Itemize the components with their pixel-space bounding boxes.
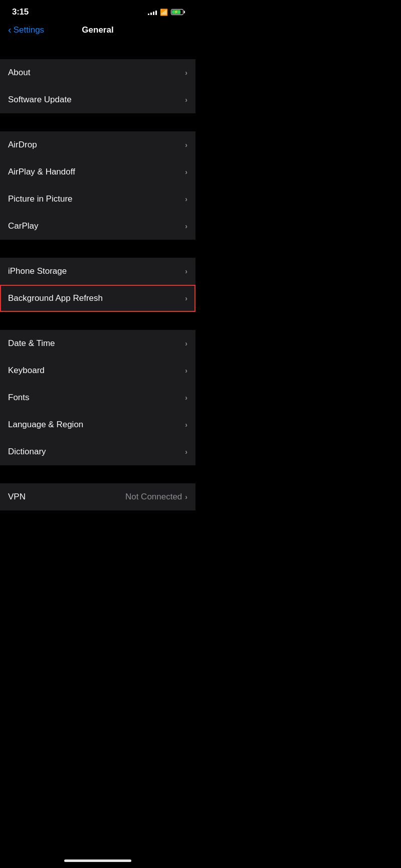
row-right-airplay-handoff: › [185, 168, 187, 176]
chevron-right-icon: › [185, 222, 187, 230]
settings-row-dictionary[interactable]: Dictionary › [0, 438, 195, 465]
row-label-background-app-refresh: Background App Refresh [8, 293, 185, 303]
settings-content: About › Software Update › AirDrop › [0, 41, 195, 855]
settings-group-4: Date & Time › Keyboard › Fonts › Languag… [0, 330, 195, 465]
settings-row-carplay[interactable]: CarPlay › [0, 213, 195, 240]
settings-group-2: AirDrop › AirPlay & Handoff › Picture in… [0, 131, 195, 240]
settings-row-background-app-refresh[interactable]: Background App Refresh › [0, 285, 195, 312]
row-label-carplay: CarPlay [8, 221, 185, 231]
back-label: Settings [14, 25, 44, 35]
row-label-vpn: VPN [8, 492, 125, 502]
row-label-date-time: Date & Time [8, 338, 185, 349]
status-bar: 3:15 📶 ⚡ [0, 0, 195, 21]
chevron-right-icon: › [185, 69, 187, 77]
row-label-keyboard: Keyboard [8, 366, 185, 376]
chevron-right-icon: › [185, 96, 187, 104]
settings-row-picture-in-picture[interactable]: Picture in Picture › [0, 186, 195, 213]
wifi-icon: 📶 [160, 9, 168, 16]
row-label-airplay-handoff: AirPlay & Handoff [8, 167, 185, 177]
chevron-right-icon: › [185, 339, 187, 348]
home-indicator [0, 855, 195, 868]
chevron-right-icon: › [185, 367, 187, 375]
row-label-language-region: Language & Region [8, 420, 185, 430]
settings-row-language-region[interactable]: Language & Region › [0, 411, 195, 438]
row-right-airdrop: › [185, 141, 187, 149]
settings-row-airplay-handoff[interactable]: AirPlay & Handoff › [0, 158, 195, 186]
settings-group-1: About › Software Update › [0, 59, 195, 113]
row-label-airdrop: AirDrop [8, 140, 185, 150]
row-right-fonts: › [185, 394, 187, 402]
settings-row-about[interactable]: About › [0, 59, 195, 86]
row-label-software-update: Software Update [8, 95, 185, 105]
section-gap-5 [0, 465, 195, 483]
row-right-date-time: › [185, 339, 187, 348]
row-label-about: About [8, 68, 185, 78]
home-bar [64, 859, 131, 862]
chevron-right-icon: › [185, 448, 187, 456]
chevron-right-icon: › [185, 195, 187, 203]
chevron-right-icon: › [185, 141, 187, 149]
settings-row-software-update[interactable]: Software Update › [0, 86, 195, 113]
section-gap-1 [0, 41, 195, 59]
row-right-iphone-storage: › [185, 267, 187, 275]
page-title: General [82, 25, 113, 35]
row-right-background-app-refresh: › [185, 294, 187, 302]
settings-group-3: iPhone Storage › Background App Refresh … [0, 258, 195, 312]
settings-group-5: VPN Not Connected › [0, 483, 195, 510]
signal-icon [148, 9, 157, 15]
back-button[interactable]: ‹ Settings [8, 25, 44, 36]
chevron-right-icon: › [185, 493, 187, 501]
row-label-picture-in-picture: Picture in Picture [8, 194, 185, 204]
status-time: 3:15 [12, 7, 29, 17]
settings-row-airdrop[interactable]: AirDrop › [0, 131, 195, 158]
battery-icon: ⚡ [171, 9, 183, 15]
row-label-iphone-storage: iPhone Storage [8, 266, 185, 276]
section-gap-6 [0, 510, 195, 529]
row-right-keyboard: › [185, 367, 187, 375]
row-right-vpn: Not Connected › [125, 492, 187, 502]
status-icons: 📶 ⚡ [148, 9, 183, 16]
row-right-language-region: › [185, 421, 187, 429]
row-right-dictionary: › [185, 448, 187, 456]
chevron-right-icon: › [185, 168, 187, 176]
row-right-carplay: › [185, 222, 187, 230]
chevron-right-icon: › [185, 267, 187, 275]
row-right-picture-in-picture: › [185, 195, 187, 203]
row-label-fonts: Fonts [8, 393, 185, 403]
chevron-right-icon: › [185, 294, 187, 302]
row-right-about: › [185, 69, 187, 77]
settings-row-keyboard[interactable]: Keyboard › [0, 357, 195, 384]
settings-row-vpn[interactable]: VPN Not Connected › [0, 483, 195, 510]
row-right-software-update: › [185, 96, 187, 104]
section-gap-4 [0, 312, 195, 330]
vpn-status: Not Connected [125, 492, 182, 502]
section-gap-3 [0, 240, 195, 258]
section-gap-2 [0, 113, 195, 131]
row-label-dictionary: Dictionary [8, 447, 185, 457]
settings-row-iphone-storage[interactable]: iPhone Storage › [0, 258, 195, 285]
chevron-right-icon: › [185, 421, 187, 429]
settings-row-date-time[interactable]: Date & Time › [0, 330, 195, 357]
nav-header: ‹ Settings General [0, 21, 195, 41]
chevron-right-icon: › [185, 394, 187, 402]
settings-row-fonts[interactable]: Fonts › [0, 384, 195, 411]
back-chevron-icon: ‹ [8, 24, 12, 36]
